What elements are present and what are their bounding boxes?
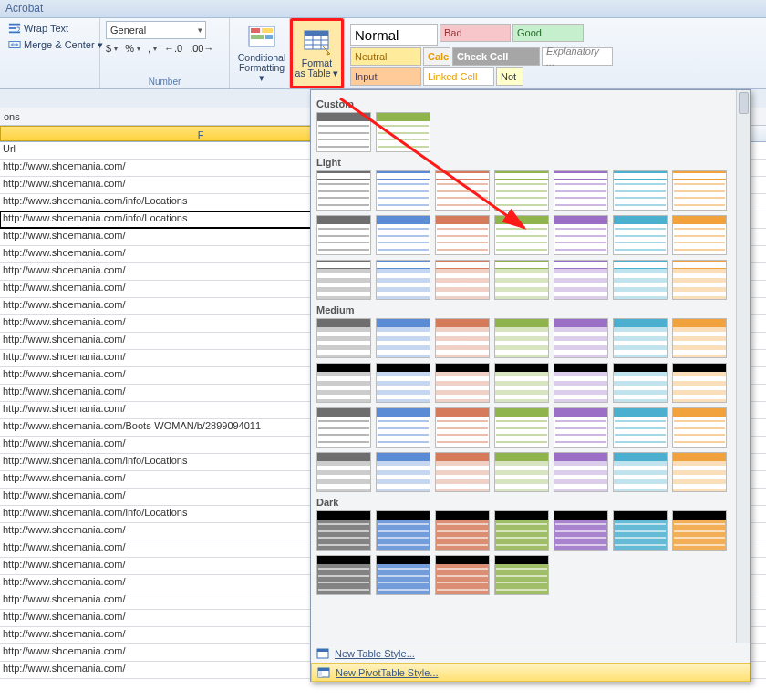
style-neutral[interactable]: Neutral [350, 47, 421, 66]
table-style-thumb[interactable] [376, 510, 430, 551]
style-explanatory[interactable]: Explanatory ... [542, 47, 613, 66]
table-style-thumb[interactable] [554, 510, 608, 551]
table-style-thumb[interactable] [672, 363, 727, 403]
table-style-thumb[interactable] [316, 170, 371, 211]
number-format-dropdown[interactable]: General [106, 21, 206, 39]
table-style-thumb[interactable] [376, 363, 430, 403]
table-style-thumb[interactable] [613, 215, 668, 255]
table-style-thumb[interactable] [554, 170, 608, 211]
table-style-thumb[interactable] [494, 555, 549, 595]
table-style-thumb[interactable] [613, 510, 668, 551]
new-table-style-button[interactable]: New Table Style... [311, 643, 750, 663]
table-style-thumb[interactable] [672, 215, 727, 255]
format-as-table-button[interactable]: Format as Table ▾ [290, 18, 344, 88]
table-style-thumb[interactable] [554, 452, 608, 492]
style-input[interactable]: Input [350, 67, 421, 86]
table-style-thumb[interactable] [376, 112, 430, 152]
table-style-thumb[interactable] [494, 215, 549, 255]
cond-format-label: Conditional Formatting [237, 53, 286, 73]
table-style-thumb[interactable] [494, 510, 549, 551]
table-style-thumb[interactable] [494, 318, 549, 358]
popup-scrollbar[interactable] [736, 90, 750, 643]
percent-button[interactable]: % [125, 43, 140, 54]
table-style-thumb[interactable] [554, 260, 608, 300]
comma-button[interactable]: , [148, 43, 157, 54]
decrease-decimal-button[interactable]: ←.0 [164, 43, 182, 54]
app-title: Acrobat [5, 2, 43, 15]
table-style-thumb[interactable] [494, 260, 549, 300]
svg-rect-1 [9, 27, 16, 29]
table-style-thumb[interactable] [554, 215, 608, 255]
table-style-thumb[interactable] [613, 318, 668, 358]
currency-button[interactable]: $ [106, 43, 118, 54]
table-style-thumb[interactable] [316, 407, 371, 448]
style-normal[interactable]: Normal [350, 24, 438, 46]
style-check-cell[interactable]: Check Cell [452, 47, 540, 66]
table-style-thumb[interactable] [435, 170, 490, 211]
table-style-thumb[interactable] [554, 407, 608, 448]
new-pivot-style-button[interactable]: New PivotTable Style... [311, 663, 750, 682]
table-style-thumb[interactable] [672, 318, 727, 358]
style-row [316, 452, 730, 492]
style-row [316, 510, 730, 551]
style-note[interactable]: Not [496, 67, 523, 86]
table-style-thumb[interactable] [613, 170, 668, 211]
style-bad[interactable]: Bad [440, 24, 511, 42]
table-style-thumb[interactable] [435, 510, 490, 551]
style-row [316, 170, 730, 211]
table-style-thumb[interactable] [494, 407, 549, 448]
table-style-thumb[interactable] [316, 510, 371, 551]
table-style-thumb[interactable] [672, 452, 727, 492]
table-style-thumb[interactable] [376, 318, 430, 358]
table-style-thumb[interactable] [316, 112, 371, 152]
table-style-thumb[interactable] [672, 510, 727, 551]
scrollbar-thumb[interactable] [739, 92, 749, 114]
table-style-thumb[interactable] [376, 555, 430, 595]
table-style-thumb[interactable] [494, 170, 549, 211]
table-style-thumb[interactable] [376, 407, 430, 448]
table-style-thumb[interactable] [435, 318, 490, 358]
table-style-thumb[interactable] [316, 555, 371, 595]
table-style-thumb[interactable] [316, 260, 371, 300]
svg-rect-6 [262, 28, 273, 33]
cell-styles-gallery[interactable]: Normal Bad Good Neutral Calc Check Cell … [350, 21, 651, 86]
wrap-text-button[interactable]: Wrap Text [5, 21, 106, 36]
merge-label: Merge & Center [24, 39, 95, 50]
conditional-formatting-button[interactable]: Conditional Formatting ▾ [235, 21, 288, 85]
wrap-text-label: Wrap Text [24, 23, 68, 34]
formula-bar-value: ons [4, 111, 20, 122]
merge-center-button[interactable]: Merge & Center ▾ [5, 37, 106, 52]
style-linked-cell[interactable]: Linked Cell [423, 67, 494, 86]
table-style-thumb[interactable] [376, 452, 430, 492]
table-style-thumb[interactable] [613, 260, 668, 300]
table-style-thumb[interactable] [494, 452, 549, 492]
table-style-thumb[interactable] [316, 363, 371, 403]
alignment-group-label [5, 76, 94, 88]
table-style-thumb[interactable] [435, 452, 490, 492]
table-style-thumb[interactable] [435, 407, 490, 448]
section-label: Medium [316, 304, 730, 315]
increase-decimal-button[interactable]: .00→ [190, 43, 213, 54]
table-style-thumb[interactable] [613, 363, 668, 403]
table-style-thumb[interactable] [672, 170, 727, 211]
table-style-thumb[interactable] [435, 215, 490, 255]
table-style-thumb[interactable] [494, 363, 549, 403]
style-good[interactable]: Good [512, 24, 584, 42]
table-style-thumb[interactable] [672, 260, 727, 300]
table-style-thumb[interactable] [613, 407, 668, 448]
table-style-thumb[interactable] [613, 452, 668, 492]
table-style-thumb[interactable] [316, 215, 371, 255]
table-style-thumb[interactable] [376, 170, 430, 211]
table-style-thumb[interactable] [554, 363, 608, 403]
table-style-thumb[interactable] [316, 452, 371, 492]
table-style-thumb[interactable] [316, 318, 371, 358]
table-style-thumb[interactable] [435, 363, 490, 403]
new-table-style-label: New Table Style... [335, 648, 415, 659]
table-style-thumb[interactable] [376, 260, 430, 300]
table-style-thumb[interactable] [554, 318, 608, 358]
style-calc[interactable]: Calc [423, 47, 450, 66]
table-style-thumb[interactable] [376, 215, 430, 255]
table-style-thumb[interactable] [435, 260, 490, 300]
table-style-thumb[interactable] [672, 407, 727, 448]
table-style-thumb[interactable] [435, 555, 490, 595]
